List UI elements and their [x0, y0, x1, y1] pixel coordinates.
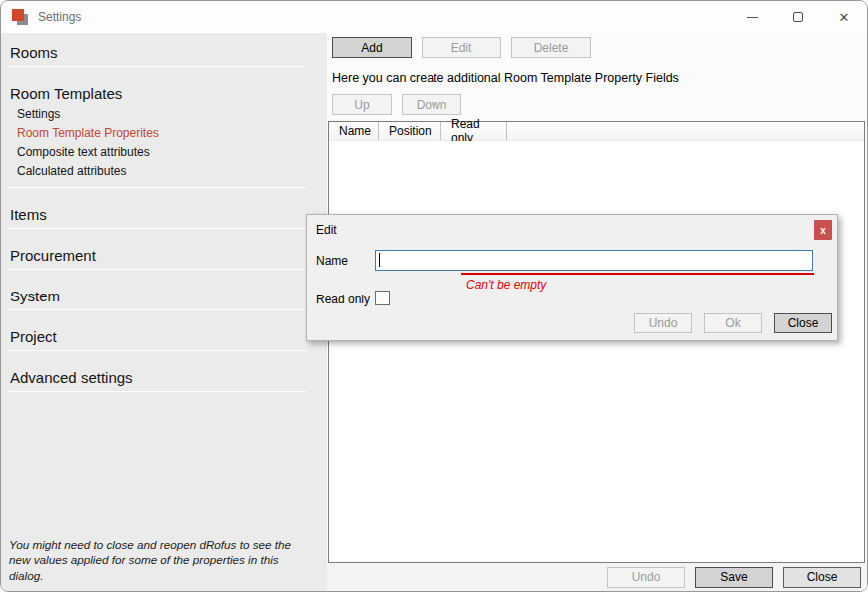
section-divider	[9, 66, 306, 67]
footer-bar: Undo Save Close	[327, 563, 867, 591]
read-only-label: Read only	[316, 293, 370, 306]
sidebar-item-composite-text-attributes[interactable]: Composite text attributes	[1, 143, 327, 162]
text-caret	[379, 253, 380, 267]
table-header: Name Position Read only	[329, 122, 864, 141]
sidebar-item-advanced-settings[interactable]: Advanced settings	[1, 368, 327, 389]
name-field-wrap	[375, 250, 813, 271]
name-label: Name	[316, 254, 348, 268]
dialog-ok-button[interactable]: Ok	[704, 313, 762, 333]
app-icon	[11, 8, 29, 26]
dialog-title: Edit	[316, 223, 337, 237]
title-bar: Settings ✕	[1, 1, 867, 33]
order-buttons: Up Down	[332, 94, 867, 115]
dialog-close-button[interactable]: x	[814, 220, 832, 240]
maximize-button[interactable]	[775, 1, 821, 33]
up-button[interactable]: Up	[332, 94, 392, 115]
sidebar: Rooms Room Templates Settings Room Templ…	[1, 33, 327, 591]
section-divider	[9, 228, 306, 229]
dialog-close-action-button[interactable]: Close	[774, 313, 832, 333]
column-header-name[interactable]: Name	[329, 122, 379, 140]
window-controls: ✕	[729, 1, 867, 33]
undo-button[interactable]: Undo	[607, 567, 685, 588]
settings-window: Settings ✕ Rooms Room Templates Settings…	[0, 0, 868, 592]
sidebar-item-room-templates[interactable]: Room Templates	[1, 84, 327, 105]
validation-error: Can't be empty	[466, 278, 546, 292]
minimize-icon	[747, 17, 758, 18]
maximize-icon	[793, 12, 803, 22]
section-divider	[9, 269, 306, 270]
sidebar-footnote: You might need to close and reopen dRofu…	[9, 537, 309, 584]
sidebar-item-project[interactable]: Project	[1, 327, 327, 348]
properties-table: Name Position Read only	[328, 121, 865, 563]
table-body[interactable]	[329, 141, 864, 562]
window-title: Settings	[38, 10, 81, 24]
panel-description: Here you can create additional Room Temp…	[332, 71, 867, 85]
close-button[interactable]: ✕	[821, 1, 867, 33]
sidebar-item-calculated-attributes[interactable]: Calculated attributes	[1, 162, 327, 181]
column-header-position[interactable]: Position	[379, 122, 441, 140]
section-divider	[9, 309, 306, 310]
dialog-buttons: Undo Ok Close	[634, 313, 832, 333]
sidebar-item-system[interactable]: System	[1, 287, 327, 307]
app-icon-red-square	[12, 9, 24, 21]
minimize-button[interactable]	[729, 1, 775, 33]
readonly-checkbox[interactable]	[375, 291, 390, 305]
close-icon: ✕	[839, 10, 850, 25]
edit-button[interactable]: Edit	[422, 37, 501, 58]
column-header-read-only[interactable]: Read only	[441, 122, 507, 140]
sidebar-item-items[interactable]: Items	[1, 205, 327, 226]
dialog-close-icon: x	[820, 225, 826, 236]
add-button[interactable]: Add	[332, 37, 412, 58]
edit-dialog: Edit x Name Can't be empty Read only Und…	[306, 214, 838, 341]
name-field[interactable]	[375, 250, 813, 271]
delete-button[interactable]: Delete	[511, 37, 591, 58]
section-divider	[9, 187, 306, 188]
sidebar-item-rooms[interactable]: Rooms	[1, 43, 327, 64]
dialog-undo-button[interactable]: Undo	[634, 313, 692, 333]
sidebar-item-settings[interactable]: Settings	[1, 105, 327, 124]
validation-underline	[461, 273, 814, 275]
down-button[interactable]: Down	[402, 94, 461, 115]
toolbar: Add Edit Delete	[332, 37, 867, 58]
save-button[interactable]: Save	[695, 567, 773, 588]
sidebar-item-room-template-properties[interactable]: Room Template Properites	[1, 124, 327, 143]
section-divider	[9, 350, 306, 351]
close-main-button[interactable]: Close	[783, 567, 861, 588]
sidebar-item-procurement[interactable]: Procurement	[1, 246, 327, 267]
section-divider	[9, 391, 306, 392]
